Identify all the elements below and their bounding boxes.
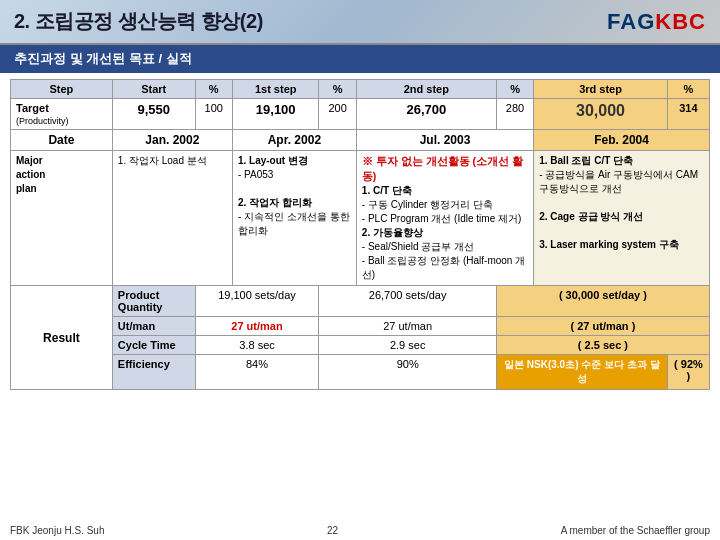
col-pct1: % bbox=[319, 80, 356, 99]
col-pct3: % bbox=[667, 80, 709, 99]
result-subitem-1: Ut/man bbox=[112, 317, 195, 336]
page-title: 2. 조립공정 생산능력 향상(2) bbox=[14, 8, 263, 35]
target-step1-val: 19,100 bbox=[232, 99, 319, 130]
result-step1-1: 27 ut/man bbox=[195, 317, 319, 336]
col-pct0: % bbox=[195, 80, 232, 99]
result-step1-2: 3.8 sec bbox=[195, 336, 319, 355]
main-content: Step Start % 1st step % 2nd step % 3rd s… bbox=[0, 73, 720, 396]
result-subitem-3: Efficiency bbox=[112, 355, 195, 390]
col-pct2: % bbox=[496, 80, 533, 99]
target-start-val: 9,550 bbox=[112, 99, 195, 130]
target-step2-val: 26,700 bbox=[356, 99, 496, 130]
footer-left: FBK Jeonju H.S. Suh bbox=[10, 525, 105, 536]
major-step1: 1. Lay-out 변경 - PA053 2. 작업자 합리화 - 지속적인 … bbox=[232, 151, 356, 286]
result-step1-3: 84% bbox=[195, 355, 319, 390]
result-step1-0: 19,100 sets/day bbox=[195, 286, 319, 317]
result-step2-0: 26,700 sets/day bbox=[319, 286, 496, 317]
date-start: Jan. 2002 bbox=[112, 130, 232, 151]
date-step3: Feb. 2004 bbox=[534, 130, 710, 151]
major-step2: ※ 투자 없는 개선활동 (소개선 활동) 1. C/T 단축 - 구동 Cyl… bbox=[356, 151, 533, 286]
col-step3: 3rd step bbox=[534, 80, 668, 99]
date-label: Date bbox=[11, 130, 113, 151]
col-step: Step bbox=[11, 80, 113, 99]
target-start-pct: 100 bbox=[195, 99, 232, 130]
result-step2-1: 27 ut/man bbox=[319, 317, 496, 336]
logo-fag: FAG bbox=[607, 9, 655, 34]
subtitle-bar: 추진과정 및 개선된 목표 / 실적 bbox=[0, 45, 720, 73]
logo: FAGKBC bbox=[607, 9, 706, 35]
result-step3-3-label: 일본 NSK(3.0초) 수준 보다 초과 달성 bbox=[496, 355, 667, 390]
footer-right: A member of the Schaeffler group bbox=[561, 525, 710, 536]
main-table: Step Start % 1st step % 2nd step % 3rd s… bbox=[10, 79, 710, 390]
col-step1: 1st step bbox=[232, 80, 319, 99]
target-step3-val: 30,000 bbox=[534, 99, 668, 130]
result-label: Result bbox=[11, 286, 113, 390]
date-step1: Apr. 2002 bbox=[232, 130, 356, 151]
target-step3-pct: 314 bbox=[667, 99, 709, 130]
result-step3-2: ( 2.5 sec ) bbox=[496, 336, 709, 355]
col-start: Start bbox=[112, 80, 195, 99]
col-step2: 2nd step bbox=[356, 80, 496, 99]
footer-center: 22 bbox=[327, 525, 338, 536]
result-step2-2: 2.9 sec bbox=[319, 336, 496, 355]
result-subitem-0: Product Quantity bbox=[112, 286, 195, 317]
target-step2-pct: 280 bbox=[496, 99, 533, 130]
footer: FBK Jeonju H.S. Suh 22 A member of the S… bbox=[10, 525, 710, 536]
result-step3-1: ( 27 ut/man ) bbox=[496, 317, 709, 336]
header: 2. 조립공정 생산능력 향상(2) FAGKBC bbox=[0, 0, 720, 45]
target-step1-pct: 200 bbox=[319, 99, 356, 130]
major-label: Majoractionplan bbox=[11, 151, 113, 286]
target-label: Target (Productivity) bbox=[11, 99, 113, 130]
result-subitem-2: Cycle Time bbox=[112, 336, 195, 355]
date-step2: Jul. 2003 bbox=[356, 130, 533, 151]
major-start: 1. 작업자 Load 분석 bbox=[112, 151, 232, 286]
major-step3: 1. Ball 조립 C/T 단축 - 공급방식을 Air 구동방식에서 CAM… bbox=[534, 151, 710, 286]
result-step3-0: ( 30,000 set/day ) bbox=[496, 286, 709, 317]
logo-kbc: KBC bbox=[655, 9, 706, 34]
result-step2-3: 90% bbox=[319, 355, 496, 390]
result-step3-3-val: ( 92% ) bbox=[667, 355, 709, 390]
